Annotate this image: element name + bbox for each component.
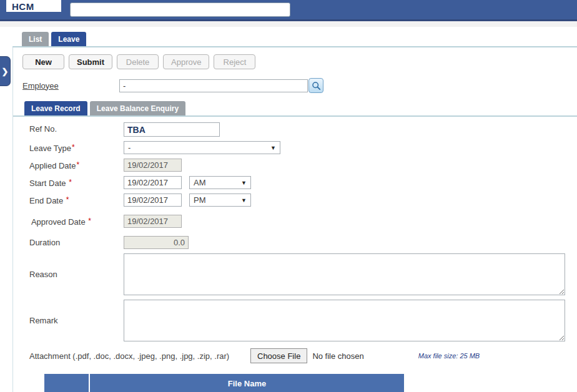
leave-type-value: -	[128, 143, 131, 152]
duration-label: Duration	[29, 236, 124, 247]
end-period-select[interactable]: PM ▼	[189, 194, 251, 207]
employee-input[interactable]	[119, 79, 308, 92]
duration-input	[124, 236, 189, 249]
end-period-value: PM	[194, 195, 206, 205]
app-header: HCM	[0, 0, 577, 21]
max-file-size-note: Max file size: 25 MB	[418, 352, 480, 360]
dropdown-arrow-icon: ▼	[241, 180, 247, 186]
employee-row: Employee	[13, 69, 577, 93]
start-date-row: Start Date * AM ▼	[29, 176, 577, 189]
choose-file-button[interactable]: Choose File	[250, 348, 307, 363]
attachment-table-filename-column: File Name	[90, 374, 404, 392]
applied-date-input	[124, 159, 182, 172]
attachment-label: Attachment (.pdf, .doc, .docx, .jpeg, .p…	[29, 351, 250, 361]
dropdown-arrow-icon: ▼	[270, 145, 276, 151]
required-marker: *	[68, 178, 72, 187]
attachment-row: Attachment (.pdf, .doc, .docx, .jpeg, .p…	[29, 348, 577, 364]
remark-row: Remark	[29, 300, 577, 341]
start-date-input[interactable]	[124, 176, 182, 189]
tab-leave-balance-enquiry[interactable]: Leave Balance Enquiry	[90, 101, 185, 115]
new-button[interactable]: New	[22, 54, 64, 69]
ref-no-row: Ref No.	[29, 122, 577, 137]
global-search-input[interactable]	[70, 2, 290, 17]
main-tab-bar: List Leave	[12, 32, 577, 47]
reason-textarea[interactable]	[124, 253, 565, 295]
end-date-label: End Date *	[29, 194, 124, 205]
required-marker: *	[71, 143, 75, 152]
remark-label: Remark	[29, 300, 124, 325]
end-date-row: End Date * PM ▼	[29, 194, 577, 207]
approved-date-input	[124, 215, 182, 228]
leave-record-form: Ref No. Leave Type* - ▼ Applied Date* St…	[13, 117, 577, 392]
start-date-label: Start Date *	[29, 176, 124, 188]
ref-no-label: Ref No.	[29, 122, 124, 134]
approved-date-label: Approved Date *	[29, 215, 124, 227]
app-logo: HCM	[6, 0, 61, 12]
required-marker: *	[66, 195, 69, 204]
dropdown-arrow-icon: ▼	[241, 197, 247, 203]
tab-list[interactable]: List	[22, 32, 49, 46]
search-icon	[312, 81, 321, 91]
reason-row: Reason	[29, 253, 577, 295]
reason-label: Reason	[29, 253, 124, 279]
record-tab-bar: Leave Record Leave Balance Enquiry	[13, 101, 577, 117]
employee-search-button[interactable]	[308, 78, 323, 93]
remark-textarea[interactable]	[124, 300, 565, 341]
approved-date-row: Approved Date *	[29, 215, 577, 228]
chevron-right-icon: ❯	[2, 67, 9, 76]
leave-type-label: Leave Type*	[29, 141, 124, 153]
delete-button[interactable]: Delete	[117, 54, 159, 69]
sidebar-expander[interactable]: ❯	[0, 56, 11, 86]
start-period-select[interactable]: AM ▼	[189, 176, 251, 189]
approve-button[interactable]: Approve	[163, 54, 209, 69]
end-date-input[interactable]	[124, 194, 182, 207]
start-period-value: AM	[194, 178, 206, 187]
applied-date-row: Applied Date*	[29, 159, 577, 172]
leave-type-row: Leave Type* - ▼	[29, 141, 577, 154]
tab-leave-record[interactable]: Leave Record	[24, 101, 87, 115]
reject-button[interactable]: Reject	[214, 54, 255, 69]
ref-no-input[interactable]	[124, 122, 220, 137]
employee-label[interactable]: Employee	[22, 81, 119, 91]
duration-row: Duration	[29, 236, 577, 249]
required-marker: *	[87, 217, 91, 225]
leave-type-select[interactable]: - ▼	[124, 141, 280, 154]
main-panel: List Leave New Submit Delete Approve Rej…	[12, 32, 577, 392]
tab-leave[interactable]: Leave	[51, 32, 86, 46]
applied-date-label: Applied Date*	[29, 159, 124, 170]
required-marker: *	[76, 160, 79, 169]
submit-button[interactable]: Submit	[69, 54, 112, 69]
toolbar: New Submit Delete Approve Reject	[13, 47, 577, 69]
attachment-table-action-column	[44, 374, 90, 392]
leave-tab-panel: New Submit Delete Approve Reject Employe…	[12, 47, 577, 392]
no-file-chosen-text: No file chosen	[312, 351, 363, 361]
subheader-strip	[0, 21, 577, 27]
app-title: HCM	[12, 1, 34, 12]
attachment-table-header: File Name	[44, 374, 404, 392]
